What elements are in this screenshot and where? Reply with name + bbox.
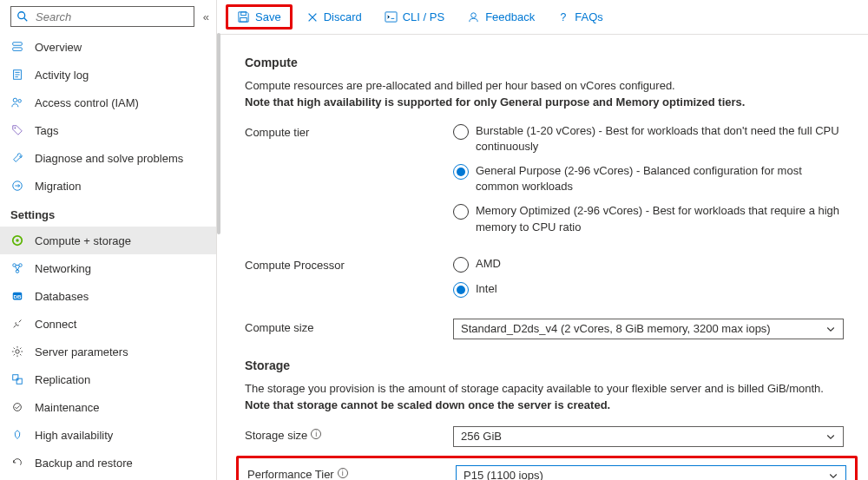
- database-icon: DB: [10, 289, 24, 303]
- cli-button[interactable]: CLI / PS: [378, 7, 451, 27]
- sidebar-item-server-parameters[interactable]: Server parameters: [0, 338, 216, 365]
- sidebar-item-connect[interactable]: Connect: [0, 310, 216, 338]
- sidebar-section-settings: Settings: [0, 200, 216, 227]
- svg-rect-23: [241, 12, 247, 16]
- save-label: Save: [255, 10, 281, 23]
- select-value: 256 GiB: [461, 430, 502, 443]
- content-area: Compute Compute resources are pre-alloca…: [217, 35, 868, 480]
- radio-icon: [453, 204, 469, 220]
- save-icon: [237, 10, 250, 23]
- sidebar-item-migration[interactable]: Migration: [0, 172, 216, 200]
- sidebar-item-label: Maintenance: [35, 401, 99, 414]
- svg-point-9: [18, 100, 22, 103]
- sidebar-item-label: Migration: [35, 180, 81, 193]
- compute-processor-label: Compute Processor: [245, 256, 453, 306]
- radio-label: AMD: [476, 256, 501, 272]
- faqs-button[interactable]: ? FAQs: [550, 7, 610, 27]
- server-icon: [10, 40, 24, 54]
- svg-point-10: [15, 128, 16, 129]
- radio-label: General Purpose (2-96 vCores) - Balanced…: [476, 163, 840, 194]
- discard-button[interactable]: Discard: [299, 7, 369, 27]
- compute-description: Compute resources are pre-allocated and …: [245, 78, 849, 111]
- storage-desc-line2: Note that storage cannot be scaled down …: [245, 398, 610, 411]
- wrench-icon: [10, 151, 24, 165]
- backup-icon: [10, 456, 24, 470]
- gear-icon: [10, 345, 24, 358]
- sidebar-item-label: Diagnose and solve problems: [35, 152, 183, 165]
- compute-processor-intel[interactable]: Intel: [453, 281, 849, 298]
- performance-tier-highlight: Performance Tier i P15 (1100 iops): [236, 456, 858, 481]
- close-icon: [306, 11, 319, 23]
- save-button[interactable]: Save: [226, 4, 293, 30]
- feedback-button[interactable]: Feedback: [460, 7, 542, 27]
- svg-point-13: [16, 239, 19, 242]
- compute-size-select[interactable]: Standard_D2ds_v4 (2 vCores, 8 GiB memory…: [453, 319, 844, 339]
- sidebar-item-label: Networking: [35, 262, 91, 275]
- performance-tier-select[interactable]: P15 (1100 iops): [456, 465, 846, 481]
- svg-line-1: [24, 18, 28, 22]
- info-icon[interactable]: i: [338, 468, 348, 478]
- sidebar-item-high-availability[interactable]: High availability: [0, 421, 216, 449]
- sidebar-item-access-control[interactable]: Access control (IAM): [0, 89, 216, 116]
- sidebar-item-label: High availability: [35, 429, 113, 442]
- svg-rect-24: [240, 17, 247, 22]
- migration-icon: [10, 179, 24, 193]
- sidebar-item-activity-log[interactable]: Activity log: [0, 61, 216, 89]
- tag-icon: [10, 123, 24, 137]
- sidebar-item-label: Access control (IAM): [35, 96, 139, 109]
- info-icon[interactable]: i: [311, 429, 321, 439]
- cli-label: CLI / PS: [403, 10, 444, 23]
- main-panel: Save Discard CLI / PS Feedback ? FAQs Co…: [217, 0, 868, 480]
- select-value: Standard_D2ds_v4 (2 vCores, 8 GiB memory…: [461, 322, 771, 335]
- sidebar-item-tags[interactable]: Tags: [0, 116, 216, 144]
- people-icon: [10, 95, 24, 109]
- sidebar-item-label: Backup and restore: [35, 457, 133, 470]
- compute-tier-memory[interactable]: Memory Optimized (2-96 vCores) - Best fo…: [453, 203, 849, 234]
- sidebar-item-label: Overview: [35, 41, 82, 54]
- storage-size-label: Storage size i: [245, 426, 453, 447]
- storage-desc-line1: The storage you provision is the amount …: [245, 382, 824, 395]
- sidebar-item-label: Tags: [35, 124, 58, 137]
- select-value: P15 (1100 iops): [464, 469, 543, 480]
- terminal-icon: [385, 10, 398, 23]
- compute-tier-general[interactable]: General Purpose (2-96 vCores) - Balanced…: [453, 163, 849, 194]
- compute-tier-burstable[interactable]: Burstable (1-20 vCores) - Best for workl…: [453, 123, 849, 155]
- radio-icon: [453, 257, 469, 273]
- compute-processor-amd[interactable]: AMD: [453, 256, 849, 273]
- radio-icon: [453, 282, 469, 298]
- feedback-label: Feedback: [485, 10, 535, 23]
- replication-icon: [10, 372, 24, 386]
- sidebar-item-label: Databases: [35, 290, 89, 303]
- svg-point-26: [471, 13, 477, 18]
- feedback-icon: [467, 10, 480, 23]
- sidebar-item-label: Compute + storage: [35, 234, 131, 247]
- search-input[interactable]: [34, 10, 188, 24]
- sidebar-item-compute-storage[interactable]: Compute + storage: [0, 227, 216, 254]
- search-box[interactable]: [10, 6, 194, 27]
- sidebar-item-label: Replication: [35, 373, 90, 386]
- log-icon: [10, 68, 24, 82]
- sidebar-item-overview[interactable]: Overview: [0, 33, 216, 61]
- compute-desc-line2: Note that high availability is supported…: [245, 95, 745, 108]
- svg-text:DB: DB: [14, 293, 22, 299]
- maintenance-icon: [10, 400, 24, 414]
- radio-icon: [453, 124, 469, 140]
- availability-icon: [10, 428, 24, 442]
- chevron-down-icon: [825, 431, 836, 442]
- sidebar-item-databases[interactable]: DB Databases: [0, 282, 216, 310]
- sidebar-item-replication[interactable]: Replication: [0, 365, 216, 393]
- radio-label: Intel: [476, 281, 497, 297]
- networking-icon: [10, 261, 24, 275]
- sidebar-item-backup-restore[interactable]: Backup and restore: [0, 449, 216, 477]
- sidebar: « Overview Activity log Access control (…: [0, 0, 217, 480]
- collapse-sidebar-button[interactable]: «: [203, 10, 209, 23]
- sidebar-item-maintenance[interactable]: Maintenance: [0, 393, 216, 421]
- storage-description: The storage you provision is the amount …: [245, 381, 849, 414]
- sidebar-item-label: Server parameters: [35, 345, 128, 358]
- toolbar: Save Discard CLI / PS Feedback ? FAQs: [217, 0, 868, 35]
- svg-rect-21: [16, 378, 22, 384]
- sidebar-item-label: Connect: [35, 318, 76, 331]
- storage-size-select[interactable]: 256 GiB: [453, 426, 844, 447]
- sidebar-item-diagnose[interactable]: Diagnose and solve problems: [0, 144, 216, 172]
- sidebar-item-networking[interactable]: Networking: [0, 254, 216, 282]
